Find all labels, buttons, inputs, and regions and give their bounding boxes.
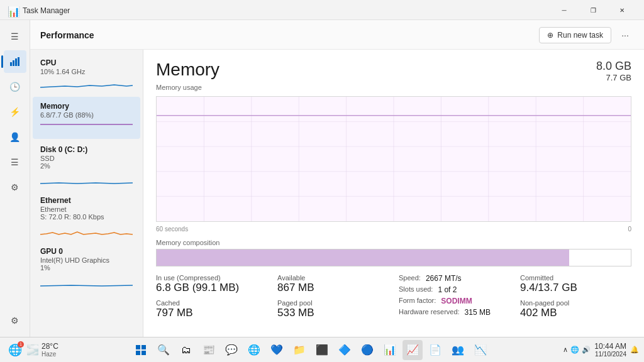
tray-volume[interactable]: 🔊 bbox=[582, 346, 591, 354]
stat-speed-block: Speed: 2667 MT/s Slots used: 1 of 2 Form… bbox=[399, 274, 510, 319]
clock-time: 10:44 AM bbox=[594, 342, 626, 351]
performance-panel: Memory 8.0 GB 7.7 GB Memory usage bbox=[143, 50, 644, 337]
available-label: Available bbox=[277, 274, 389, 282]
tray-network[interactable]: 🌐 bbox=[570, 346, 579, 354]
chat-button[interactable]: 💬 bbox=[221, 340, 242, 360]
sidebar-item-gpu[interactable]: GPU 0 Intel(R) UHD Graphics1% bbox=[33, 242, 140, 292]
weather-temp: 28°C bbox=[42, 342, 58, 351]
cpu-sub: 10% 1.64 GHz bbox=[40, 68, 133, 75]
action-center[interactable]: 🔔 bbox=[630, 346, 639, 354]
widgets-button[interactable]: 📰 bbox=[199, 340, 219, 360]
nav-history[interactable]: 🕒 bbox=[4, 75, 26, 98]
ethernet-graph bbox=[40, 223, 133, 236]
nav-users[interactable]: 👤 bbox=[4, 126, 26, 148]
disk-label: Disk 0 (C: D:) bbox=[40, 145, 133, 154]
committed-value: 9.4/13.7 GB bbox=[520, 282, 631, 294]
slots-value: 1 of 2 bbox=[438, 285, 457, 294]
memory-chart bbox=[156, 96, 631, 222]
speed-label: Speed: bbox=[399, 274, 421, 283]
sidebar-item-disk[interactable]: Disk 0 (C: D:) SSD2% bbox=[33, 140, 140, 190]
task-view-button[interactable]: 🗂 bbox=[176, 340, 196, 360]
svg-rect-20 bbox=[142, 351, 146, 355]
cpu-graph bbox=[40, 78, 133, 90]
run-task-icon: ⊕ bbox=[547, 31, 553, 40]
word-button[interactable]: 📄 bbox=[425, 340, 445, 360]
nav-settings[interactable]: ⚙ bbox=[4, 309, 26, 332]
stats-grid: In use (Compressed) 6.8 GB (99.1 MB) Ava… bbox=[156, 274, 631, 319]
gpu-label: GPU 0 bbox=[40, 247, 133, 256]
teams-button[interactable]: 👥 bbox=[448, 340, 468, 360]
titlebar-left: 📊 Task Manager bbox=[8, 6, 70, 16]
weather-widget[interactable]: 🌫️ 28°C Haze bbox=[26, 342, 58, 358]
skype-button[interactable]: 💙 bbox=[267, 340, 287, 360]
edge-button[interactable]: 🌐 bbox=[244, 340, 264, 360]
tray-chevron[interactable]: ∧ bbox=[563, 346, 568, 354]
weather-icon: 🌫️ bbox=[26, 344, 39, 356]
nav-services[interactable]: ⚙ bbox=[4, 176, 26, 199]
titlebar-controls: ─ ❐ ✕ bbox=[550, 1, 636, 21]
terminal-button[interactable]: ⬛ bbox=[312, 340, 332, 360]
gpu-graph bbox=[40, 274, 133, 287]
ethernet-label: Ethernet bbox=[40, 196, 133, 205]
memory-total-info: 8.0 GB 7.7 GB bbox=[596, 60, 631, 82]
titlebar-title: Task Manager bbox=[23, 6, 70, 15]
speed-value: 2667 MT/s bbox=[426, 274, 462, 283]
in-use-value: 6.8 GB (99.1 MB) bbox=[156, 282, 267, 294]
hw-label: Hardware reserved: bbox=[399, 308, 460, 317]
analytics-button[interactable]: 📉 bbox=[470, 340, 491, 360]
clock-date: 11/10/2024 bbox=[594, 351, 626, 358]
svg-rect-0 bbox=[10, 62, 12, 66]
search-button[interactable]: 🔍 bbox=[153, 340, 174, 360]
maximize-button[interactable]: ❐ bbox=[579, 1, 608, 21]
paged-label: Paged pool bbox=[277, 299, 389, 307]
memory-label: Memory bbox=[40, 102, 133, 111]
sidebar-item-memory[interactable]: Memory 6.8/7.7 GB (88%) bbox=[33, 97, 140, 139]
close-button[interactable]: ✕ bbox=[608, 1, 636, 21]
cpu-label: CPU bbox=[40, 58, 133, 67]
excel-button[interactable]: 📊 bbox=[380, 340, 400, 360]
nonpaged-value: 402 MB bbox=[520, 307, 631, 319]
nav-performance[interactable] bbox=[4, 50, 26, 73]
chart-time-labels: 60 seconds 0 bbox=[156, 224, 631, 234]
run-new-task-button[interactable]: ⊕ Run new task bbox=[539, 27, 611, 43]
form-label: Form factor: bbox=[399, 297, 436, 305]
memory-graph bbox=[40, 121, 133, 134]
stat-nonpaged: Non-paged pool 402 MB bbox=[520, 299, 631, 319]
nav-details[interactable]: ☰ bbox=[4, 151, 26, 173]
svg-rect-1 bbox=[13, 60, 14, 66]
stat-in-use: In use (Compressed) 6.8 GB (99.1 MB) bbox=[156, 274, 267, 294]
start-button[interactable] bbox=[131, 340, 151, 360]
minimize-button[interactable]: ─ bbox=[550, 1, 579, 21]
memory-title: Memory bbox=[156, 60, 219, 80]
clock[interactable]: 10:44 AM 11/10/2024 bbox=[594, 342, 626, 358]
in-use-label: In use (Compressed) bbox=[156, 274, 267, 282]
another-button[interactable]: 🔷 bbox=[335, 340, 355, 360]
sidebar-item-ethernet[interactable]: Ethernet EthernetS: 72.0 R: 80.0 Kbps bbox=[33, 191, 140, 241]
files-button[interactable]: 📁 bbox=[289, 340, 309, 360]
sidebar-item-cpu[interactable]: CPU 10% 1.64 GHz bbox=[33, 53, 140, 96]
svg-rect-19 bbox=[136, 351, 140, 355]
header-actions: ⊕ Run new task ··· bbox=[539, 26, 634, 44]
taskbar: 🌐 1 🌫️ 28°C Haze 🔍 🗂 📰 💬 🌐 💙 📁 ⬛ bbox=[0, 337, 644, 362]
memory-sub: 6.8/7.7 GB (88%) bbox=[40, 111, 133, 119]
committed-label: Committed bbox=[520, 274, 631, 282]
comp-in-use bbox=[157, 250, 569, 266]
memory-total-value: 8.0 GB bbox=[596, 60, 631, 73]
taskbar-right: ∧ 🌐 🔊 10:44 AM 11/10/2024 🔔 bbox=[563, 342, 639, 358]
nav-startup[interactable]: ⚡ bbox=[4, 101, 26, 123]
stat-paged: Paged pool 533 MB bbox=[277, 299, 389, 319]
svg-rect-2 bbox=[15, 58, 17, 66]
chrome-button[interactable]: 🔵 bbox=[357, 340, 377, 360]
svg-rect-3 bbox=[18, 57, 19, 66]
nonpaged-label: Non-paged pool bbox=[520, 299, 631, 307]
slots-label: Slots used: bbox=[399, 285, 433, 294]
stat-available: Available 867 MB bbox=[277, 274, 389, 294]
nav-menu[interactable]: ☰ bbox=[4, 25, 26, 48]
more-options-button[interactable]: ··· bbox=[616, 26, 634, 44]
memory-subtitle: Memory usage bbox=[156, 84, 631, 91]
chart-label-left: 60 seconds bbox=[156, 226, 188, 233]
notification-center[interactable]: 🌐 1 bbox=[5, 340, 25, 360]
app-body: ☰ 🕒 ⚡ 👤 ☰ ⚙ ⚙ Performance ⊕ Run new task bbox=[0, 20, 644, 337]
taskbar-center: 🔍 🗂 📰 💬 🌐 💙 📁 ⬛ 🔷 🔵 📊 📈 📄 👥 📉 bbox=[131, 340, 491, 360]
taskmanager-button[interactable]: 📈 bbox=[402, 340, 423, 360]
